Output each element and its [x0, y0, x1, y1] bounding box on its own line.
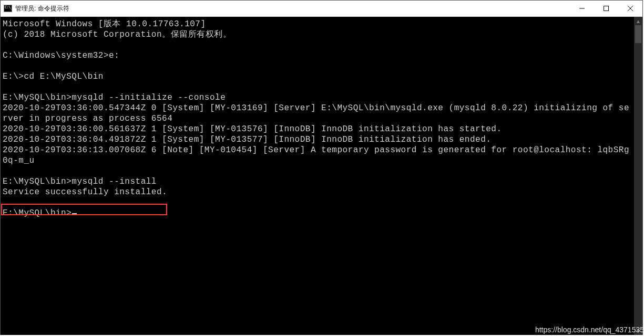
scrollbar[interactable]: ▲ ▼: [634, 17, 642, 335]
terminal-line: E:\>cd E:\MySQL\bin: [3, 72, 104, 81]
close-button[interactable]: [618, 1, 642, 16]
terminal-line: 2020-10-29T03:36:04.491872Z 1 [System] […: [3, 135, 491, 144]
svg-rect-1: [604, 6, 609, 11]
terminal-line: 2020-10-29T03:36:00.547344Z 0 [System] […: [3, 103, 629, 123]
maximize-button[interactable]: [594, 1, 618, 16]
terminal-line: Microsoft Windows [版本 10.0.17763.107]: [3, 19, 206, 29]
titlebar[interactable]: 管理员: 命令提示符: [1, 1, 642, 17]
terminal-line: E:\MySQL\bin>mysqld --install: [3, 177, 157, 186]
terminal-line: C:\Windows\system32>e:: [3, 51, 119, 60]
minimize-button[interactable]: [570, 1, 594, 16]
cmd-icon: [4, 5, 12, 12]
terminal-highlighted-line: Service successfully installed.: [3, 187, 167, 197]
window-title: 管理员: 命令提示符: [15, 4, 69, 13]
terminal-prompt: E:\MySQL\bin>: [3, 208, 71, 218]
watermark-text: https://blog.csdn.net/qq_4371535: [535, 326, 644, 334]
terminal-line: 2020-10-29T03:36:13.007068Z 6 [Note] [MY…: [3, 145, 629, 165]
terminal-output[interactable]: Microsoft Windows [版本 10.0.17763.107] (c…: [1, 17, 634, 335]
scroll-up-arrow-icon[interactable]: ▲: [634, 17, 642, 25]
scroll-thumb[interactable]: [635, 25, 641, 43]
cursor: [72, 213, 77, 215]
window-controls: [570, 1, 642, 16]
terminal-line: E:\MySQL\bin>mysqld --initialize --conso…: [3, 93, 226, 102]
scroll-track[interactable]: [634, 25, 642, 327]
terminal-line: (c) 2018 Microsoft Corporation。保留所有权利。: [3, 30, 231, 39]
terminal-line: 2020-10-29T03:36:00.561637Z 1 [System] […: [3, 124, 502, 134]
terminal-area: Microsoft Windows [版本 10.0.17763.107] (c…: [1, 17, 642, 335]
cmd-window: 管理员: 命令提示符 Microsoft Windows [版本 10.0.17…: [0, 0, 643, 335]
titlebar-left: 管理员: 命令提示符: [1, 4, 69, 13]
